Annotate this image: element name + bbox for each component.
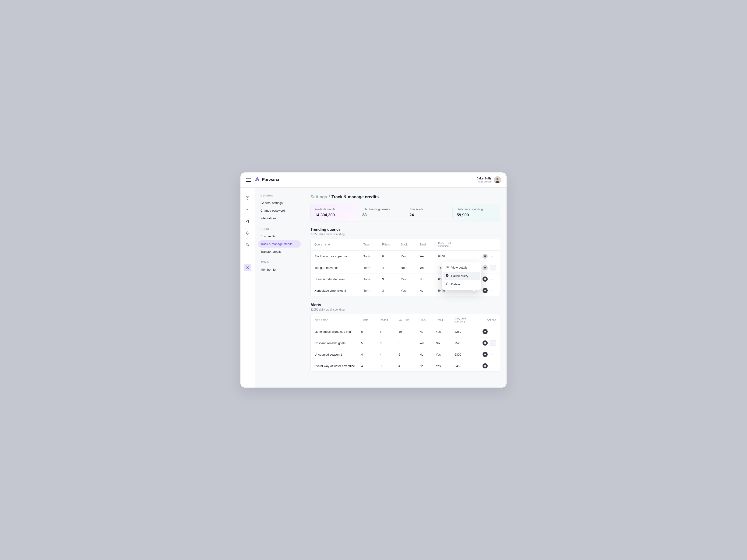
col-header: Reddit <box>380 319 398 322</box>
cell-slack: Yes <box>401 289 419 292</box>
svg-rect-9 <box>485 267 486 268</box>
stat-card: Daily credit spending 59,900 <box>453 204 500 221</box>
col-header: Email <box>436 319 455 322</box>
nav-search[interactable] <box>244 241 251 248</box>
cell-filters: 3 <box>382 277 401 281</box>
table-row: Avatar way of water box office 4 3 4 No … <box>311 360 500 371</box>
dropdown-item[interactable]: View details <box>443 263 480 272</box>
sidebar-item[interactable]: Transfer credits <box>258 248 301 255</box>
main: Settings / Track & manage credits Availa… <box>304 188 507 388</box>
eye-icon <box>445 265 449 269</box>
svg-rect-7 <box>485 256 486 257</box>
alerts-section: Alerts 32050 daily credit spending Alert… <box>310 303 500 372</box>
pause-button[interactable] <box>483 276 488 282</box>
cell-spend: 5450 <box>455 364 483 368</box>
more-button[interactable]: ··· <box>490 254 496 259</box>
svg-rect-24 <box>484 365 485 367</box>
more-button[interactable]: ··· <box>490 276 496 282</box>
svg-rect-21 <box>485 342 486 344</box>
sidebar-item[interactable]: General settings <box>258 199 301 207</box>
col-header: Query name <box>314 243 363 246</box>
more-button[interactable]: ··· <box>490 288 496 293</box>
col-header: YouTube <box>398 319 419 322</box>
cell-twitter: 4 <box>361 353 380 356</box>
table-header: Query name Type Filters Slack Email Dail… <box>311 239 500 250</box>
sidebar-item[interactable]: Member list <box>258 266 301 273</box>
sidebar-section-label: CREDITS <box>258 228 301 233</box>
cell-slack: No <box>419 330 436 334</box>
stat-card: Total Alerts 24 <box>405 204 453 221</box>
svg-rect-12 <box>484 290 485 291</box>
more-button[interactable]: ··· <box>490 352 496 357</box>
cell-email: Yes <box>419 255 438 258</box>
cell-query-name: Horizon forbidden west <box>314 277 363 281</box>
more-button[interactable]: ··· <box>490 329 496 335</box>
col-header: Actions <box>483 319 496 322</box>
dropdown-item[interactable]: Delete <box>443 280 480 288</box>
cell-query-name: Xenoblade chronicles 3 <box>314 289 363 292</box>
dropdown-item[interactable]: Pause query <box>443 272 480 280</box>
svg-rect-18 <box>484 331 485 332</box>
avatar[interactable] <box>494 177 501 183</box>
pause-button[interactable] <box>483 341 488 346</box>
nav-notifications[interactable] <box>244 229 251 237</box>
cell-email: Yes <box>436 364 455 368</box>
table-row: Uncoupled season 1 4 4 5 No Yes 6300 ··· <box>311 349 500 360</box>
cell-email: Yes <box>419 266 438 269</box>
table-row: Black adam vs superman Topic 8 Yes Yes 8… <box>311 250 500 262</box>
more-button[interactable]: ··· <box>490 363 496 369</box>
svg-point-5 <box>247 267 248 268</box>
cell-actions: ··· <box>483 363 496 369</box>
stat-value: 38 <box>362 213 401 217</box>
breadcrumb: Settings / Track & manage credits <box>310 195 500 199</box>
svg-rect-20 <box>484 342 485 344</box>
cell-spend: 8440 <box>438 255 466 258</box>
pause-button[interactable] <box>483 352 488 357</box>
more-button[interactable]: ··· <box>490 265 496 270</box>
cell-actions: ··· <box>466 254 496 259</box>
sidebar-item[interactable]: Change password <box>258 207 301 214</box>
svg-rect-13 <box>485 290 486 291</box>
cell-youtube: 10 <box>398 330 419 334</box>
alerts-subtitle: 32050 daily credit spending <box>310 308 500 311</box>
svg-rect-10 <box>484 278 485 280</box>
svg-rect-11 <box>485 278 486 280</box>
sidebar-item[interactable]: Buy credits <box>258 233 301 240</box>
col-header: Alert name <box>314 319 361 322</box>
pause-button[interactable] <box>483 265 488 270</box>
cell-reddit: 6 <box>380 341 398 345</box>
table-row: Cristiano ronaldo goals 5 6 5 Yes No 752… <box>311 337 500 349</box>
cell-youtube: 4 <box>398 364 419 368</box>
cell-actions: ··· <box>483 340 496 346</box>
pause-button[interactable] <box>483 288 488 293</box>
more-button[interactable]: ··· <box>490 340 496 346</box>
pause-button[interactable] <box>483 363 488 368</box>
cell-email: Yes <box>436 353 455 356</box>
dropdown-item-label: View details <box>451 266 467 269</box>
stat-label: Available credits <box>315 208 354 211</box>
sidebar-item[interactable]: Integrations <box>258 215 301 222</box>
stat-value: 14,304,300 <box>315 213 354 217</box>
sidebar-item[interactable]: Track & manage credits <box>258 240 301 247</box>
nav-campaigns[interactable] <box>244 217 251 225</box>
menu-icon[interactable] <box>246 177 251 183</box>
pause-button[interactable] <box>483 329 488 334</box>
logo[interactable]: Parwana <box>254 176 279 184</box>
cell-email: Yes <box>436 330 455 334</box>
cell-type: Topic <box>363 255 382 258</box>
breadcrumb-root[interactable]: Settings <box>310 195 327 199</box>
stat-label: Total Alerts <box>409 208 448 211</box>
nav-dashboard[interactable] <box>244 194 251 202</box>
nav-analytics[interactable] <box>244 206 251 213</box>
cell-reddit: 4 <box>380 353 398 356</box>
stats: Available credits 14,304,300Total Trendi… <box>310 204 500 221</box>
nav-settings[interactable] <box>244 264 251 271</box>
logo-icon <box>254 176 260 184</box>
pause-button[interactable] <box>483 254 488 259</box>
cell-type: Term <box>363 266 382 269</box>
cell-alert-name: Lionel messi world cup final <box>314 330 361 334</box>
cell-twitter: 4 <box>361 364 380 368</box>
user-meta: Jake Sully 4023 credits <box>477 177 492 183</box>
cell-spend: 6300 <box>455 353 483 356</box>
user-name: Jake Sully <box>477 177 492 180</box>
